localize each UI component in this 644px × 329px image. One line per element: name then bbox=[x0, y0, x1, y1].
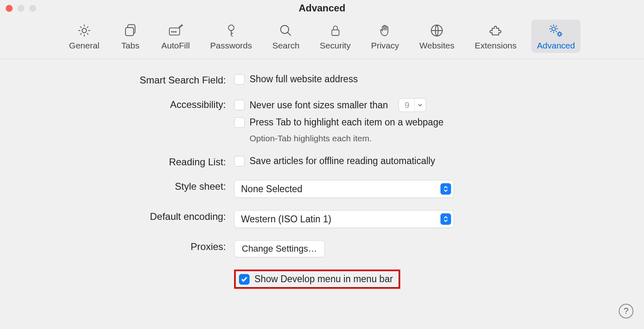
svg-rect-8 bbox=[332, 30, 339, 35]
tab-label: General bbox=[69, 41, 100, 50]
tab-label: Websites bbox=[419, 41, 454, 50]
tab-advanced[interactable]: Advanced bbox=[531, 20, 580, 53]
default-encoding-value: Western (ISO Latin 1) bbox=[241, 214, 331, 225]
min-font-size-stepper[interactable]: 9 bbox=[399, 98, 426, 112]
default-encoding-label: Default encoding: bbox=[0, 210, 234, 222]
key-icon bbox=[223, 23, 239, 38]
min-font-size-checkbox[interactable] bbox=[234, 100, 245, 110]
window-controls bbox=[6, 5, 36, 12]
tab-general[interactable]: General bbox=[64, 20, 105, 53]
updown-arrows-icon bbox=[440, 213, 451, 225]
hand-icon bbox=[377, 23, 393, 38]
svg-point-5 bbox=[175, 31, 176, 32]
show-develop-menu-checkbox[interactable] bbox=[239, 274, 250, 285]
show-full-address-checkbox[interactable] bbox=[234, 74, 245, 85]
tab-security[interactable]: Security bbox=[314, 20, 357, 53]
svg-point-3 bbox=[172, 31, 173, 32]
svg-point-0 bbox=[82, 29, 87, 33]
tab-search[interactable]: Search bbox=[267, 20, 305, 53]
reading-list-label: Reading List: bbox=[0, 156, 234, 168]
tab-label: Security bbox=[320, 41, 351, 50]
preferences-toolbar: General Tabs AutoFill Passwords Search S… bbox=[0, 16, 644, 59]
tabs-icon bbox=[123, 23, 138, 38]
tab-label: Privacy bbox=[371, 41, 399, 50]
tab-extensions[interactable]: Extensions bbox=[469, 20, 522, 53]
save-offline-text: Save articles for offline reading automa… bbox=[250, 156, 435, 167]
help-icon: ? bbox=[624, 306, 629, 316]
svg-point-11 bbox=[558, 33, 561, 35]
option-tab-note: Option-Tab highlights each item. bbox=[250, 134, 444, 143]
press-tab-highlight-text: Press Tab to highlight each item on a we… bbox=[250, 117, 444, 128]
tab-passwords[interactable]: Passwords bbox=[204, 20, 258, 53]
gears-icon bbox=[548, 23, 564, 38]
help-button[interactable]: ? bbox=[619, 304, 633, 318]
svg-point-10 bbox=[552, 27, 555, 31]
accessibility-label: Accessibility: bbox=[0, 98, 234, 110]
gear-icon bbox=[77, 23, 92, 38]
min-font-size-value: 9 bbox=[399, 100, 414, 110]
advanced-pane: Smart Search Field: Show full website ad… bbox=[0, 59, 644, 289]
updown-arrows-icon bbox=[440, 183, 451, 195]
svg-point-7 bbox=[281, 25, 289, 33]
show-full-address-text: Show full website address bbox=[250, 74, 358, 85]
tab-autofill[interactable]: AutoFill bbox=[156, 20, 195, 53]
close-window-button[interactable] bbox=[6, 5, 13, 12]
min-font-size-text: Never use font sizes smaller than bbox=[250, 100, 388, 111]
tab-privacy[interactable]: Privacy bbox=[365, 20, 405, 53]
tab-tabs[interactable]: Tabs bbox=[114, 20, 147, 53]
default-encoding-select[interactable]: Western (ISO Latin 1) bbox=[234, 210, 454, 228]
minimize-window-button[interactable] bbox=[18, 5, 24, 12]
style-sheet-label: Style sheet: bbox=[0, 180, 234, 192]
tab-label: Advanced bbox=[537, 41, 575, 50]
smart-search-label: Smart Search Field: bbox=[0, 74, 234, 86]
svg-point-4 bbox=[173, 31, 174, 32]
tab-label: Passwords bbox=[210, 41, 252, 50]
press-tab-highlight-checkbox[interactable] bbox=[234, 117, 245, 128]
pencil-card-icon bbox=[168, 23, 183, 38]
chevron-down-icon[interactable] bbox=[414, 99, 426, 112]
tab-websites[interactable]: Websites bbox=[414, 20, 460, 53]
titlebar: Advanced bbox=[0, 0, 644, 16]
change-settings-text: Change Settings… bbox=[242, 243, 317, 254]
tab-label: Tabs bbox=[121, 41, 139, 50]
window-title: Advanced bbox=[0, 2, 644, 14]
style-sheet-value: None Selected bbox=[241, 184, 302, 195]
tab-label: Extensions bbox=[475, 41, 517, 50]
change-settings-button[interactable]: Change Settings… bbox=[234, 240, 325, 257]
lock-icon bbox=[328, 23, 343, 38]
svg-point-6 bbox=[228, 25, 234, 31]
save-offline-checkbox[interactable] bbox=[234, 156, 245, 167]
show-develop-menu-text: Show Develop menu in menu bar bbox=[254, 274, 393, 285]
svg-rect-1 bbox=[126, 28, 134, 36]
magnifier-icon bbox=[278, 23, 294, 38]
globe-icon bbox=[429, 23, 445, 38]
zoom-window-button[interactable] bbox=[29, 5, 36, 12]
develop-menu-highlight: Show Develop menu in menu bar bbox=[234, 270, 400, 289]
proxies-label: Proxies: bbox=[0, 240, 234, 252]
tab-label: AutoFill bbox=[161, 41, 190, 50]
puzzle-icon bbox=[488, 23, 504, 38]
style-sheet-select[interactable]: None Selected bbox=[234, 180, 454, 198]
tab-label: Search bbox=[272, 41, 300, 50]
